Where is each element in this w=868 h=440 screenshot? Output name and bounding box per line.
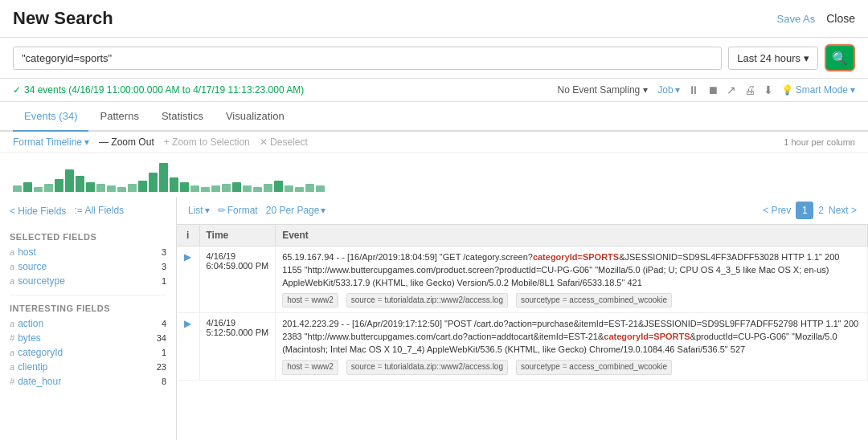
selected-fields-title: SELECTED FIELDS bbox=[10, 232, 166, 242]
histogram-bar[interactable] bbox=[222, 184, 231, 192]
histogram-bar[interactable] bbox=[117, 187, 126, 192]
close-button[interactable]: Close bbox=[826, 12, 855, 25]
tabs-bar: Events (34) Patterns Statistics Visualiz… bbox=[0, 102, 868, 132]
meta-item-sourcetype: sourcetype = access_combined_wcookie bbox=[516, 360, 672, 375]
hide-fields-button[interactable]: < Hide Fields bbox=[10, 205, 66, 218]
histogram-bar[interactable] bbox=[159, 163, 168, 192]
expand-icon[interactable]: ▶ bbox=[184, 251, 191, 263]
histogram-bar[interactable] bbox=[86, 182, 95, 192]
pause-icon[interactable]: ⏸ bbox=[688, 84, 699, 96]
field-count: 3 bbox=[162, 262, 166, 271]
prev-page-button[interactable]: < Prev bbox=[763, 205, 791, 216]
format-button[interactable]: ✏ Format bbox=[218, 205, 258, 216]
histogram-bar[interactable] bbox=[316, 185, 325, 192]
field-type-icon: # bbox=[10, 377, 14, 386]
save-as-button[interactable]: Save As bbox=[777, 13, 816, 25]
histogram-bar[interactable] bbox=[285, 185, 293, 192]
search-bar: Last 24 hours ▾ 🔍 bbox=[0, 38, 868, 79]
field-name: categoryId bbox=[18, 347, 63, 358]
histogram-bar[interactable] bbox=[138, 181, 147, 192]
search-input[interactable] bbox=[13, 47, 722, 70]
selected-field-host[interactable]: ahost3 bbox=[10, 246, 166, 258]
selected-field-sourcetype[interactable]: asourcetype1 bbox=[10, 275, 166, 287]
next-page-button[interactable]: Next > bbox=[829, 205, 857, 216]
zoom-out-button[interactable]: — Zoom Out bbox=[99, 136, 154, 148]
histogram-bar[interactable] bbox=[107, 185, 116, 192]
histogram-bar[interactable] bbox=[274, 181, 283, 192]
page-1-button[interactable]: 1 bbox=[796, 202, 813, 219]
histogram-bar[interactable] bbox=[23, 182, 32, 192]
stop-icon[interactable]: ⏹ bbox=[707, 84, 719, 96]
deselect-button[interactable]: ✕ Deselect bbox=[260, 136, 308, 148]
tab-events[interactable]: Events (34) bbox=[13, 102, 88, 132]
tab-visualization[interactable]: Visualization bbox=[215, 102, 296, 132]
histogram-bar[interactable] bbox=[65, 169, 74, 192]
histogram-bar[interactable] bbox=[243, 185, 252, 192]
events-actions: Job ▾ ⏸ ⏹ ↗ 🖨 ⬇ 💡 Smart Mode ▾ bbox=[657, 84, 855, 96]
per-page-button[interactable]: 20 Per Page ▾ bbox=[266, 205, 326, 216]
field-name: date_hour bbox=[18, 376, 61, 387]
time-range-button[interactable]: Last 24 hours ▾ bbox=[728, 47, 818, 70]
meta-key: sourcetype bbox=[521, 362, 560, 371]
expand-icon[interactable]: ▶ bbox=[184, 318, 191, 329]
search-button[interactable]: 🔍 bbox=[825, 44, 855, 71]
zoom-selection-button[interactable]: + Zoom to Selection bbox=[164, 136, 250, 148]
field-name: host bbox=[18, 246, 36, 258]
interesting-field-categoryId[interactable]: acategoryId1 bbox=[10, 347, 166, 358]
field-name: clientip bbox=[18, 361, 47, 373]
histogram-bar[interactable] bbox=[128, 184, 137, 192]
smart-mode-button[interactable]: 💡 Smart Mode ▾ bbox=[781, 84, 855, 96]
all-fields-button[interactable]: := All Fields bbox=[74, 205, 124, 216]
field-name: source bbox=[18, 261, 47, 272]
tab-patterns[interactable]: Patterns bbox=[88, 102, 149, 132]
print-icon[interactable]: 🖨 bbox=[744, 84, 755, 96]
histogram-bar[interactable] bbox=[264, 184, 272, 192]
histogram-bar[interactable] bbox=[305, 184, 314, 192]
field-type-icon: a bbox=[10, 262, 14, 271]
tab-statistics[interactable]: Statistics bbox=[150, 102, 215, 132]
meta-item-source: source = tutorialdata.zip::www2/access.l… bbox=[346, 293, 508, 308]
histogram-bar[interactable] bbox=[76, 176, 84, 192]
sampling-button[interactable]: No Event Sampling ▾ bbox=[558, 84, 649, 96]
histogram-bar[interactable] bbox=[253, 187, 262, 192]
histogram-bar[interactable] bbox=[34, 187, 43, 192]
histogram-bar[interactable] bbox=[211, 185, 220, 192]
interesting-field-date_hour[interactable]: #date_hour8 bbox=[10, 376, 166, 387]
time-cell: 4/16/19 5:12:50.000 PM bbox=[199, 313, 276, 380]
job-button[interactable]: Job ▾ bbox=[657, 84, 679, 96]
chevron-down-icon: ▾ bbox=[205, 205, 210, 216]
histogram-bar[interactable] bbox=[170, 177, 178, 192]
selected-field-source[interactable]: asource3 bbox=[10, 261, 166, 272]
histogram-bars bbox=[13, 157, 855, 192]
search-icon: 🔍 bbox=[832, 51, 848, 66]
field-type-icon: a bbox=[10, 319, 14, 328]
chevron-down-icon: ▾ bbox=[675, 84, 680, 96]
histogram-bar[interactable] bbox=[149, 173, 158, 192]
results-panel: List ▾ ✏ Format 20 Per Page ▾ < Prev 1 2… bbox=[177, 197, 868, 440]
field-count: 3 bbox=[162, 247, 166, 257]
interesting-field-bytes[interactable]: #bytes34 bbox=[10, 332, 166, 344]
page-2-button[interactable]: 2 bbox=[818, 205, 824, 216]
col-header-event: Event bbox=[276, 225, 868, 246]
meta-item-host: host = www2 bbox=[282, 293, 338, 308]
histogram-bar[interactable] bbox=[96, 184, 105, 192]
main-content: < Hide Fields := All Fields SELECTED FIE… bbox=[0, 197, 868, 440]
histogram-bar[interactable] bbox=[295, 187, 304, 192]
share-icon[interactable]: ↗ bbox=[727, 84, 736, 96]
histogram-bar[interactable] bbox=[13, 185, 22, 192]
histogram-bar[interactable] bbox=[180, 182, 189, 192]
export-icon[interactable]: ⬇ bbox=[764, 84, 773, 96]
histogram-bar[interactable] bbox=[55, 179, 63, 192]
chevron-down-icon: ▾ bbox=[84, 136, 89, 148]
histogram-bar[interactable] bbox=[44, 184, 53, 192]
histogram-bar[interactable] bbox=[232, 182, 241, 192]
interesting-field-clientip[interactable]: aclientip23 bbox=[10, 361, 166, 373]
pagination: < Prev 1 2 Next > bbox=[763, 202, 857, 219]
histogram-bar[interactable] bbox=[201, 187, 210, 192]
chevron-down-icon: ▾ bbox=[804, 52, 809, 64]
field-type-icon: a bbox=[10, 247, 14, 257]
format-timeline-button[interactable]: Format Timeline ▾ bbox=[13, 136, 89, 148]
histogram-bar[interactable] bbox=[190, 185, 199, 192]
list-button[interactable]: List ▾ bbox=[188, 205, 210, 216]
interesting-field-action[interactable]: aaction4 bbox=[10, 318, 166, 329]
